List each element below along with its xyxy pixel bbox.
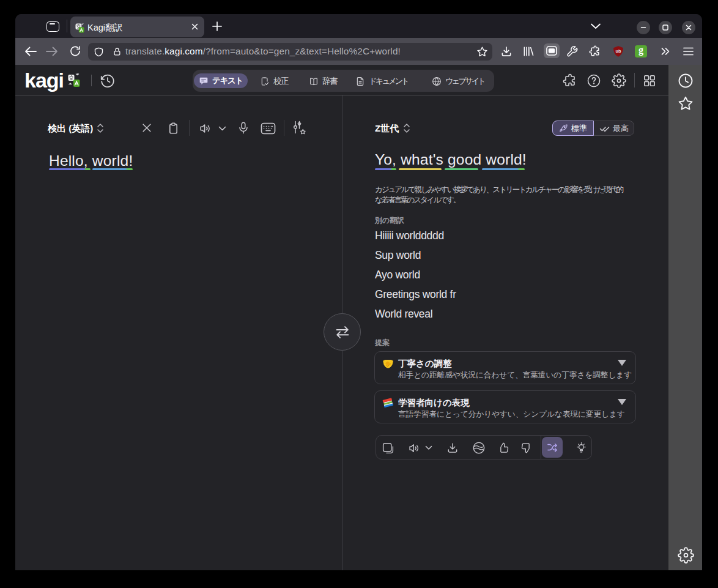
svg-text:ub: ub (615, 48, 621, 54)
